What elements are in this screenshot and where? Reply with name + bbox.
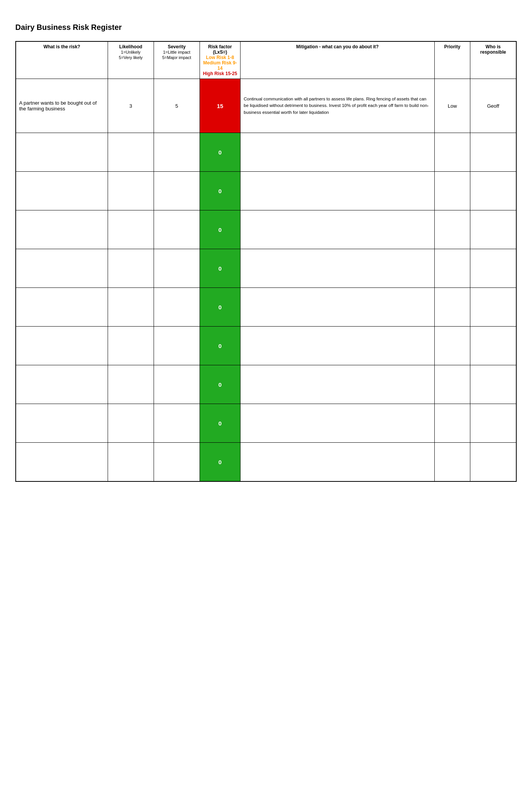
- risk-factor-label: Risk factor (LxS=): [208, 44, 232, 55]
- header-risk-factor: Risk factor (LxS=) Low Risk 1-8 Medium R…: [200, 42, 241, 79]
- severity-cell: [154, 327, 200, 365]
- likelihood-cell: [108, 133, 154, 172]
- header-priority: Priority: [434, 42, 470, 79]
- likelihood-cell: [108, 172, 154, 210]
- factor-cell: 0: [200, 133, 241, 172]
- mitigation-cell: Continual communication with all partner…: [241, 79, 434, 133]
- priority-cell: [434, 443, 470, 481]
- severity-label: Severity: [168, 44, 186, 49]
- who-cell: [470, 404, 516, 443]
- factor-cell: 0: [200, 443, 241, 481]
- severity-cell: [154, 365, 200, 404]
- mitigation-cell: [241, 327, 434, 365]
- priority-cell: Low: [434, 79, 470, 133]
- factor-cell: 15: [200, 79, 241, 133]
- risk-cell: [16, 327, 108, 365]
- likelihood-cell: [108, 365, 154, 404]
- likelihood-cell: [108, 249, 154, 288]
- page-title: Dairy Business Risk Register: [15, 23, 517, 32]
- header-risk: What is the risk?: [16, 42, 108, 79]
- factor-cell: 0: [200, 249, 241, 288]
- risk-cell: [16, 404, 108, 443]
- factor-cell: 0: [200, 327, 241, 365]
- risk-cell: [16, 288, 108, 327]
- mitigation-cell: [241, 172, 434, 210]
- severity-cell: 5: [154, 79, 200, 133]
- header-likelihood: Likelihood 1=Unlikely 5=Very likely: [108, 42, 154, 79]
- factor-cell: 0: [200, 172, 241, 210]
- header-mitigation: Mitigation - what can you do about it?: [241, 42, 434, 79]
- priority-cell: [434, 327, 470, 365]
- mitigation-cell: [241, 443, 434, 481]
- likelihood-cell: [108, 210, 154, 249]
- likelihood-cell: 3: [108, 79, 154, 133]
- likelihood-cell: [108, 443, 154, 481]
- risk-cell: [16, 133, 108, 172]
- risk-cell: [16, 249, 108, 288]
- factor-cell: 0: [200, 365, 241, 404]
- table-row: 0: [16, 365, 516, 404]
- severity-cell: [154, 133, 200, 172]
- table-row: 0: [16, 443, 516, 481]
- severity-cell: [154, 288, 200, 327]
- mitigation-cell: [241, 404, 434, 443]
- likelihood-cell: [108, 327, 154, 365]
- high-risk-label: High Risk 15-25: [203, 71, 237, 76]
- who-cell: [470, 133, 516, 172]
- severity-cell: [154, 249, 200, 288]
- low-risk-label: Low Risk 1-8: [206, 55, 234, 60]
- risk-register-table: What is the risk? Likelihood 1=Unlikely …: [15, 41, 517, 482]
- factor-cell: 0: [200, 288, 241, 327]
- factor-cell: 0: [200, 404, 241, 443]
- table-row: A partner wants to be bought out of the …: [16, 79, 516, 133]
- who-cell: Geoff: [470, 79, 516, 133]
- risk-cell: A partner wants to be bought out of the …: [16, 79, 108, 133]
- table-row: 0: [16, 210, 516, 249]
- table-row: 0: [16, 172, 516, 210]
- who-cell: [470, 327, 516, 365]
- header-who: Who is responsible: [470, 42, 516, 79]
- who-cell: [470, 249, 516, 288]
- risk-cell: [16, 210, 108, 249]
- likelihood-sublabel: 1=Unlikely 5=Very likely: [119, 50, 142, 60]
- header-severity: Severity 1=Little impact 5=Major impact: [154, 42, 200, 79]
- who-cell: [470, 365, 516, 404]
- mitigation-cell: [241, 249, 434, 288]
- risk-cell: [16, 172, 108, 210]
- priority-cell: [434, 249, 470, 288]
- mitigation-cell: [241, 210, 434, 249]
- table-row: 0: [16, 288, 516, 327]
- table-row: 0: [16, 404, 516, 443]
- severity-cell: [154, 210, 200, 249]
- who-cell: [470, 443, 516, 481]
- risk-cell: [16, 443, 108, 481]
- priority-cell: [434, 404, 470, 443]
- table-header-row: What is the risk? Likelihood 1=Unlikely …: [16, 42, 516, 79]
- priority-cell: [434, 365, 470, 404]
- medium-risk-label: Medium Risk 9-14: [203, 60, 237, 71]
- mitigation-cell: [241, 288, 434, 327]
- who-cell: [470, 210, 516, 249]
- table-row: 0: [16, 327, 516, 365]
- mitigation-cell: [241, 365, 434, 404]
- severity-cell: [154, 443, 200, 481]
- severity-sublabel: 1=Little impact 5=Major impact: [162, 50, 192, 60]
- priority-cell: [434, 172, 470, 210]
- priority-cell: [434, 288, 470, 327]
- severity-cell: [154, 404, 200, 443]
- priority-cell: [434, 133, 470, 172]
- table-row: 0: [16, 249, 516, 288]
- likelihood-cell: [108, 404, 154, 443]
- severity-cell: [154, 172, 200, 210]
- likelihood-cell: [108, 288, 154, 327]
- priority-cell: [434, 210, 470, 249]
- who-cell: [470, 172, 516, 210]
- table-row: 0: [16, 133, 516, 172]
- likelihood-label: Likelihood: [119, 44, 142, 49]
- factor-cell: 0: [200, 210, 241, 249]
- mitigation-cell: [241, 133, 434, 172]
- risk-cell: [16, 365, 108, 404]
- who-cell: [470, 288, 516, 327]
